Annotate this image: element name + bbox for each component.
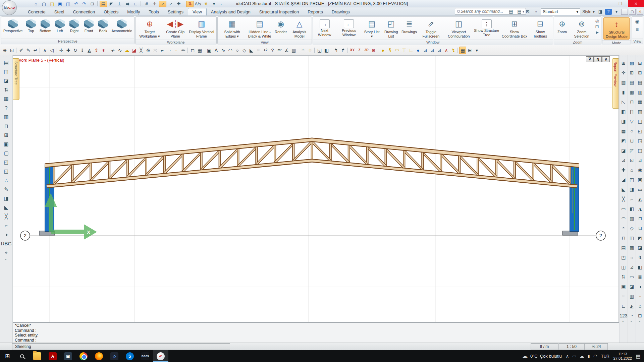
spline-icon[interactable]: ∿ xyxy=(220,47,227,54)
preset-select[interactable]: Standart▾ xyxy=(541,8,580,15)
zoom-window-icon[interactable]: ⊡ xyxy=(595,24,600,29)
render-button[interactable]: ◉Render xyxy=(274,17,288,39)
region-tool-icon[interactable]: ◰ xyxy=(620,252,627,262)
dock-resize-handle[interactable]: ▸ xyxy=(623,320,625,322)
panel-tool-icon[interactable]: ◫ xyxy=(620,262,627,272)
layer-list-icon[interactable]: ▤ xyxy=(100,1,107,7)
perpendicular-icon[interactable]: ⊥ xyxy=(116,1,123,7)
corner-region-icon[interactable]: ◰ xyxy=(628,175,636,184)
ramp-b-icon[interactable]: ◮ xyxy=(636,204,644,214)
corner-snap-icon[interactable]: ∟ xyxy=(132,1,139,7)
Analysis and Design[interactable]: Analysis and Design xyxy=(207,8,255,15)
show-coordinate-box-button[interactable]: ⊞Show Coordinate Box xyxy=(501,17,528,39)
select-cursor-icon[interactable]: ◤ xyxy=(108,1,115,7)
pick-icon[interactable]: ✎ xyxy=(25,47,32,54)
balance-tool-icon[interactable]: ⊿ xyxy=(620,155,627,165)
ramp-a-icon[interactable]: ◭ xyxy=(636,194,644,204)
steel-columns[interactable] xyxy=(45,164,579,231)
action-center-icon[interactable]: ▤ xyxy=(636,353,641,359)
view-a-icon[interactable]: ◰ xyxy=(636,116,644,126)
break-line-icon[interactable]: ╳ xyxy=(2,212,11,221)
hidden-line-button[interactable]: ▤Hidden Line - Black & White xyxy=(246,17,273,39)
solid-with-edges-button[interactable]: ▦Solid with Edges ▾ xyxy=(219,17,246,39)
wand-icon[interactable]: ✏ xyxy=(180,47,187,54)
report-icon[interactable]: ▥ xyxy=(2,112,11,121)
column-diagonal-icon[interactable]: ◣ xyxy=(620,184,627,194)
edit-table-icon[interactable]: ▦ xyxy=(2,94,11,103)
tray-expand-icon[interactable]: ∧ xyxy=(566,354,569,359)
auto-rbc-icon[interactable]: RBC xyxy=(2,239,11,248)
diagram-a-icon[interactable]: ∧ xyxy=(443,47,450,54)
normal-view-button[interactable]: N xyxy=(594,56,602,62)
arc-icon[interactable]: ◠ xyxy=(227,47,234,54)
docs-app[interactable]: DOCS xyxy=(138,350,153,362)
next-window-button[interactable]: →Next Window xyxy=(314,17,335,39)
front-view-button[interactable]: Front xyxy=(82,17,96,38)
ungroup-icon[interactable]: ◱ xyxy=(2,167,11,176)
angle-bar-icon[interactable]: ⌐ xyxy=(628,194,636,204)
zoom-window-icon[interactable]: ⊕ xyxy=(1,47,8,54)
plumb-icon[interactable]: ⊤ xyxy=(400,47,408,54)
structural-design-mode-button[interactable]: ↕Structural Design Mode xyxy=(603,17,630,40)
coord-rotate-icon[interactable]: ⊕ xyxy=(370,47,377,54)
firefox-app[interactable] xyxy=(91,350,107,362)
style-tool-icon[interactable]: ◨ xyxy=(597,8,604,15)
extend-icon[interactable]: ∿ xyxy=(116,47,123,54)
target-workplane-button[interactable]: ⊕Target Workplane ▾ xyxy=(137,17,163,39)
point-cloud-icon[interactable]: ∴ xyxy=(2,176,11,185)
diagram-l1-icon[interactable]: ⊿ xyxy=(422,47,429,54)
half-block-icon[interactable]: ◨ xyxy=(628,184,636,194)
qat-more-icon[interactable]: ▾ xyxy=(210,1,218,7)
frame-tool-icon[interactable]: ▭ xyxy=(620,204,627,214)
divide-icon[interactable]: ╳ xyxy=(138,47,145,54)
zoom-previous-icon[interactable]: ⊡ xyxy=(8,47,15,54)
stack-sheet-icon[interactable]: ≣ xyxy=(636,272,644,282)
circle-icon[interactable]: ○ xyxy=(234,47,241,54)
restore-button[interactable]: ❐ xyxy=(613,0,628,7)
small-box-icon[interactable]: ▫ xyxy=(636,291,644,301)
Drawings[interactable]: Drawings xyxy=(327,8,354,15)
viewport-configuration-button[interactable]: ◫Viewport Configuration xyxy=(445,17,473,39)
sheet-tool-icon[interactable]: ⊟ xyxy=(636,58,644,68)
spiral-icon[interactable]: § xyxy=(386,47,393,54)
bar-tool-icon[interactable]: ▭ xyxy=(628,272,636,282)
text-style-icon[interactable]: A/s xyxy=(194,1,202,7)
level-paint-icon[interactable]: ≑ xyxy=(307,47,314,54)
View[interactable]: View xyxy=(188,8,207,15)
home-sheet-icon[interactable]: ⌂ xyxy=(636,301,644,311)
join-icon[interactable]: ≍ xyxy=(152,47,159,54)
paint-icon[interactable]: ◣ xyxy=(2,203,11,212)
save-all-icon[interactable]: ◫ xyxy=(64,1,72,7)
coord-3p-icon[interactable]: 3P xyxy=(363,47,370,54)
coord-xy-icon[interactable]: XY xyxy=(349,47,356,54)
wifi-icon[interactable]: ◠ xyxy=(593,354,597,359)
group-icon[interactable]: ◰ xyxy=(2,158,11,167)
move-snap-icon[interactable]: ✛ xyxy=(151,1,158,7)
rotate-view-icon[interactable]: ◁ xyxy=(48,47,55,54)
minimize-button[interactable]: — xyxy=(598,0,613,7)
section-plane-icon[interactable]: ⊓ xyxy=(2,121,11,130)
ucs-world-icon[interactable]: ↱ xyxy=(339,47,346,54)
column-view-icon[interactable]: ◨ xyxy=(2,194,11,203)
angle-tool-icon[interactable]: ∟ xyxy=(620,301,627,311)
note-icon[interactable]: ↵ xyxy=(32,47,39,54)
top-view-button[interactable]: Top xyxy=(24,17,38,38)
wave-tool-icon[interactable]: ≈ xyxy=(620,291,627,301)
move-icon[interactable]: ✛ xyxy=(58,47,65,54)
rotate-icon[interactable]: ↻ xyxy=(72,47,79,54)
trim-icon[interactable]: ≁ xyxy=(109,47,116,54)
help-dropdown-icon[interactable]: ▾ xyxy=(613,8,620,15)
pi-frame-icon[interactable]: ∏ xyxy=(628,107,636,116)
corner-a-icon[interactable]: ◩ xyxy=(636,233,644,243)
bolt-sheet-icon[interactable]: ↯ xyxy=(636,252,644,262)
lock-region-icon[interactable]: ⊠ xyxy=(524,8,531,15)
mdi-restore-button[interactable]: ▢ xyxy=(629,9,636,15)
view-d-icon[interactable]: ◳ xyxy=(636,145,644,155)
report-preview-tab[interactable]: Report Preview xyxy=(612,58,619,109)
story-list-button[interactable]: ▤Story List ▾ xyxy=(363,17,381,39)
swap-tool-icon[interactable]: ⇅ xyxy=(620,272,627,282)
column-select-icon[interactable]: ◨ xyxy=(620,116,627,126)
viewport-split-icon[interactable]: ◧ xyxy=(323,47,330,54)
lightning-icon[interactable]: ↯ xyxy=(202,1,210,7)
dock-resize-handle[interactable]: ▸ xyxy=(5,258,7,260)
